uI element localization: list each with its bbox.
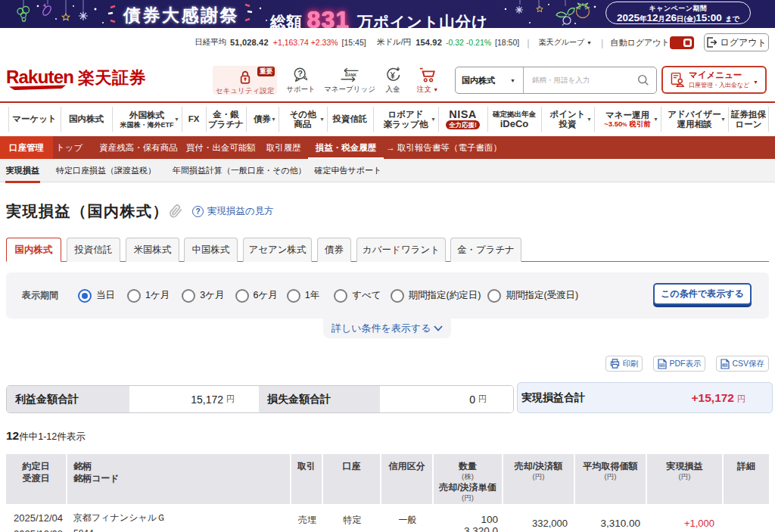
svg-text:CSV: CSV: [723, 363, 728, 366]
svg-text:BANK: BANK: [345, 73, 356, 77]
svg-text:PDF: PDF: [660, 363, 665, 366]
svg-text:?: ?: [297, 69, 303, 78]
svg-text:Rakuten: Rakuten: [6, 67, 73, 87]
svg-text:楽天証券: 楽天証券: [77, 68, 147, 87]
